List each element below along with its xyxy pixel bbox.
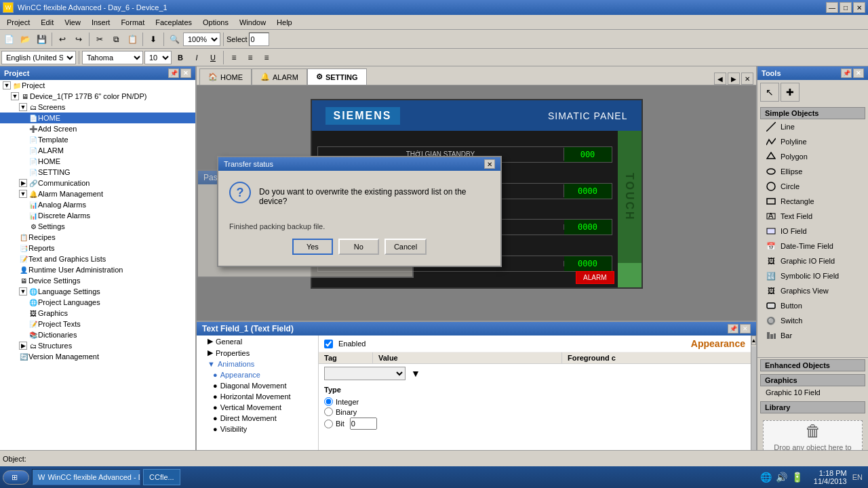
expand-root[interactable]: ▼	[3, 81, 11, 89]
expand-structures[interactable]: ▶	[19, 342, 27, 350]
tools-item-graphic10[interactable]: Graphic 10 Field	[760, 386, 865, 399]
tree-item-recipes[interactable]: 📋 Recipes	[0, 232, 195, 243]
taskbar-wincc-button[interactable]: W WinCC flexible Advanced - Day_6	[32, 469, 140, 485]
italic-button[interactable]: I	[189, 50, 204, 65]
transfer-dialog-close[interactable]: ✕	[484, 159, 495, 169]
tab-setting[interactable]: ⚙ SETTING	[307, 68, 367, 85]
prop-nav-direct[interactable]: ● Direct Movement	[197, 413, 318, 424]
prop-nav-general[interactable]: ▶ General	[197, 336, 318, 347]
maximize-button[interactable]: □	[840, 2, 852, 13]
tree-item-project-texts[interactable]: 📝 Project Texts	[0, 319, 195, 329]
tools-item-switch[interactable]: 🔘 Switch	[760, 313, 865, 328]
redo-button[interactable]: ↪	[71, 32, 86, 47]
crosshair-tool[interactable]: ✚	[781, 83, 800, 102]
tools-item-polygon[interactable]: Polygon	[760, 149, 865, 164]
tree-item-graphics[interactable]: 🖼 Graphics	[0, 308, 195, 319]
start-button[interactable]: ⊞	[3, 470, 29, 485]
tree-item-device-settings[interactable]: 🖥 Device Settings	[0, 275, 195, 286]
tree-item-alarm-mgmt[interactable]: ▼ 🔔 Alarm Management	[0, 188, 195, 199]
prop-nav-appearance[interactable]: ● Appearance	[197, 369, 318, 380]
tools-item-rectangle[interactable]: Rectangle	[760, 194, 865, 209]
tree-item-root[interactable]: ▼ 📁 Project	[0, 80, 195, 91]
tab-home[interactable]: 🏠 HOME	[199, 68, 252, 85]
tag-browse-button[interactable]: ▼	[411, 368, 420, 379]
copy-button[interactable]: ⧉	[108, 32, 123, 47]
tree-item-home-screen[interactable]: 📄 HOME	[0, 156, 195, 167]
tools-pin-button[interactable]: 📌	[841, 68, 852, 78]
tools-item-graphics-view[interactable]: 🖼 Graphics View	[760, 283, 865, 298]
simple-objects-header[interactable]: Simple Objects	[760, 107, 865, 119]
transfer-button[interactable]: ⬇	[146, 32, 161, 47]
tree-item-discrete-alarms[interactable]: 📊 Discrete Alarms	[0, 210, 195, 221]
properties-close-button[interactable]: ✕	[740, 324, 751, 333]
tree-item-project-lang[interactable]: 🌐 Project Languages	[0, 297, 195, 308]
binary-radio[interactable]	[324, 407, 333, 416]
graphics-bottom-header[interactable]: Graphics	[760, 374, 865, 386]
prop-scroll-up[interactable]: ▲	[751, 336, 756, 345]
bit-radio[interactable]	[324, 420, 333, 428]
menu-help[interactable]: Help	[271, 17, 298, 28]
bold-button[interactable]: B	[173, 50, 188, 65]
tree-item-setting-screen[interactable]: 📄 SETTING	[0, 167, 195, 178]
tools-item-line[interactable]: Line	[760, 119, 865, 134]
integer-radio[interactable]	[324, 397, 333, 406]
prop-nav-properties[interactable]: ▶ Properties	[197, 347, 318, 359]
menu-view[interactable]: View	[59, 17, 86, 28]
tools-item-bar[interactable]: Bar	[760, 328, 865, 343]
tools-item-text-field[interactable]: A Text Field	[760, 209, 865, 224]
select-input[interactable]	[249, 33, 269, 46]
tree-item-language[interactable]: ▼ 🌐 Language Settings	[0, 286, 195, 297]
close-button[interactable]: ✕	[853, 2, 865, 13]
font-dropdown[interactable]: Tahoma	[82, 51, 143, 64]
language-dropdown[interactable]: English (United States)	[1, 51, 76, 64]
tools-item-polyline[interactable]: Polyline	[760, 134, 865, 149]
tree-item-reports[interactable]: 📑 Reports	[0, 243, 195, 253]
align-left-button[interactable]: ≡	[226, 50, 241, 65]
no-button[interactable]: No	[338, 239, 379, 255]
tree-item-communication[interactable]: ▶ 🔗 Communication	[0, 178, 195, 188]
tree-item-template[interactable]: 📄 Template	[0, 134, 195, 145]
font-size-dropdown[interactable]: 10	[144, 51, 172, 64]
tools-item-circle[interactable]: Circle	[760, 179, 865, 194]
cut-button[interactable]: ✂	[92, 32, 107, 47]
tools-item-ellipse[interactable]: Ellipse	[760, 164, 865, 179]
new-button[interactable]: 📄	[1, 32, 16, 47]
screen-close-button[interactable]: ✕	[741, 73, 753, 85]
tools-item-io-field[interactable]: IO Field	[760, 224, 865, 239]
alarm-button[interactable]: ALARM	[576, 271, 614, 284]
cancel-button[interactable]: Cancel	[384, 239, 427, 255]
enhanced-objects-header[interactable]: Enhanced Objects	[760, 359, 865, 371]
tools-item-symbolic-io[interactable]: 🔣 Symbolic IO Field	[760, 268, 865, 283]
project-pin-button[interactable]: 📌	[168, 68, 179, 78]
bit-number-input[interactable]	[350, 418, 377, 430]
menu-insert[interactable]: Insert	[86, 17, 116, 28]
tree-item-version-mgmt[interactable]: 🔄 Version Management	[0, 351, 195, 362]
tools-item-button[interactable]: Button	[760, 298, 865, 313]
tab-alarm[interactable]: 🔔 ALARM	[252, 68, 307, 85]
prop-nav-diagonal[interactable]: ● Diagonal Movement	[197, 380, 318, 391]
tree-item-device[interactable]: ▼ 🖥 Device_1(TP 177B 6" color PN/DP)	[0, 91, 195, 102]
tree-item-screen[interactable]: 📄 HOME	[0, 113, 195, 123]
tools-item-graphic-io[interactable]: 🖼 Graphic IO Field	[760, 253, 865, 268]
undo-button[interactable]: ↩	[55, 32, 70, 47]
yes-button[interactable]: Yes	[292, 239, 333, 255]
nav-next-button[interactable]: ▶	[728, 73, 740, 85]
properties-pin-button[interactable]: 📌	[728, 324, 738, 333]
menu-project[interactable]: Project	[1, 17, 35, 28]
tree-item-text-graphics[interactable]: 📝 Text and Graphics Lists	[0, 253, 195, 264]
tools-close-button[interactable]: ✕	[853, 68, 864, 78]
tag-select[interactable]	[324, 367, 406, 380]
menu-edit[interactable]: Edit	[35, 17, 59, 28]
library-header[interactable]: Library	[760, 401, 865, 413]
tree-item-dictionaries[interactable]: 📚 Dictionaries	[0, 329, 195, 340]
tree-item-settings[interactable]: ⚙ Settings	[0, 221, 195, 232]
project-close-button[interactable]: ✕	[180, 68, 191, 78]
prop-nav-vertical[interactable]: ● Vertical Movement	[197, 402, 318, 413]
expand-communication[interactable]: ▶	[19, 179, 27, 187]
taskbar-ccfle-button[interactable]: CCfle...	[143, 469, 180, 485]
underline-button[interactable]: U	[205, 50, 220, 65]
pointer-tool[interactable]: ↖	[760, 83, 779, 102]
minimize-button[interactable]: —	[826, 2, 838, 13]
tree-item-analog-alarms[interactable]: 📊 Analog Alarms	[0, 199, 195, 210]
zoom-in-button[interactable]: 🔍	[167, 32, 182, 47]
